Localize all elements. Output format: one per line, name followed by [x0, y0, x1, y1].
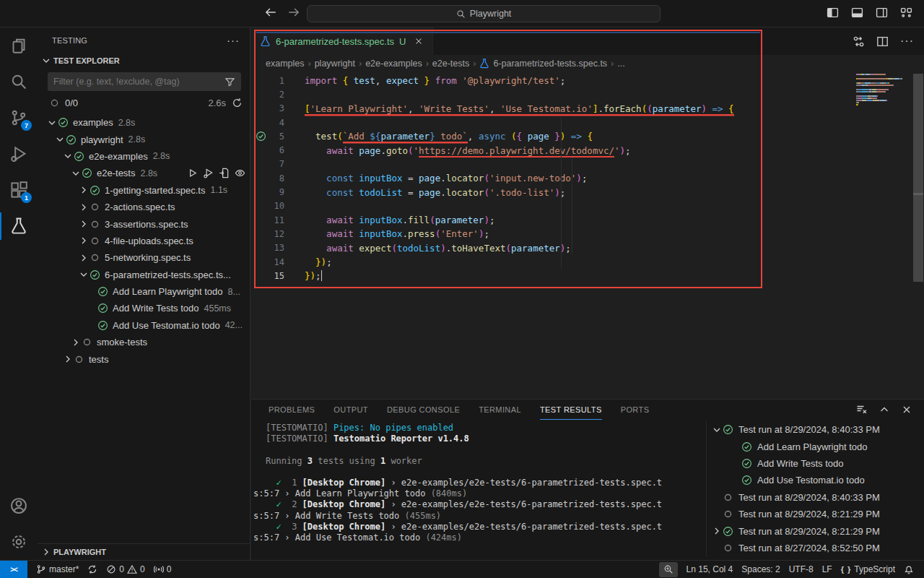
- chevron-down-icon[interactable]: [78, 269, 90, 280]
- refresh-icon[interactable]: [232, 98, 243, 108]
- layout-icon[interactable]: [900, 7, 912, 19]
- test-run-item[interactable]: Add Write Tests todo: [711, 455, 924, 472]
- close-icon[interactable]: [901, 404, 912, 415]
- code-line[interactable]: 3['Learn Playwright', 'Write Tests', 'Us…: [251, 102, 924, 116]
- test-tree-item[interactable]: Add Write Tests todo 455ms: [38, 300, 250, 316]
- test-tree-item[interactable]: examples 2.8s: [38, 114, 250, 131]
- eye-icon[interactable]: [235, 168, 245, 178]
- test-tree-item[interactable]: smoke-tests: [38, 334, 250, 350]
- code-line[interactable]: 4: [251, 116, 924, 129]
- status-item[interactable]: [899, 561, 918, 578]
- test-tree-item[interactable]: 6-parametrized-tests.spec.ts...: [38, 267, 250, 283]
- play-icon[interactable]: [187, 168, 198, 178]
- test-tree-item[interactable]: 1-getting-started.spec.ts 1.1s: [38, 182, 250, 199]
- breadcrumb-item[interactable]: playwright: [315, 59, 355, 69]
- code-line[interactable]: 2: [251, 87, 924, 101]
- status-item[interactable]: Spaces: 2: [737, 561, 784, 578]
- activity-account[interactable]: [0, 488, 38, 524]
- panel-tab-debug-console[interactable]: DEBUG CONSOLE: [387, 400, 460, 420]
- code-line[interactable]: 11 await inputBox.fill(parameter);: [251, 213, 924, 227]
- test-passed-gutter-icon[interactable]: [256, 131, 266, 142]
- activity-search[interactable]: [0, 64, 38, 100]
- test-tree-item[interactable]: 5-networking.spec.ts: [38, 249, 250, 266]
- test-filter-input[interactable]: [53, 77, 225, 87]
- status-item[interactable]: master*: [32, 561, 83, 578]
- status-item[interactable]: { }TypeScript: [837, 561, 899, 578]
- tab-6-parametrized-tests[interactable]: 6-parametrized-tests.spec.ts U: [251, 27, 433, 55]
- goto-file-icon[interactable]: [219, 168, 230, 178]
- breadcrumb[interactable]: examples›playwright›e2e-examples›e2e-tes…: [251, 55, 924, 72]
- test-tree-item[interactable]: 4-file-uploads.spec.ts: [38, 233, 250, 249]
- chevron-right-icon[interactable]: [78, 218, 90, 230]
- activity-extensions[interactable]: 1: [0, 172, 38, 208]
- code-line[interactable]: 5 test(`Add ${parameter} todo`, async ({…: [251, 129, 924, 143]
- activity-scm[interactable]: 7: [0, 100, 38, 136]
- minimap[interactable]: [856, 74, 902, 106]
- test-tree-item[interactable]: e2e-examples 2.8s: [38, 148, 250, 165]
- chevron-right-icon[interactable]: [78, 235, 90, 246]
- chevron-down-icon[interactable]: [711, 424, 723, 436]
- test-tree-item[interactable]: 2-actions.spec.ts: [38, 199, 250, 215]
- chevron-right-icon[interactable]: [70, 337, 82, 348]
- test-run-item[interactable]: Test run at 8/27/2024, 8:52:50 PM: [711, 540, 924, 556]
- panel-tab-problems[interactable]: PROBLEMS: [269, 400, 315, 420]
- test-explorer-section-header[interactable]: TEST EXPLORER: [38, 53, 250, 69]
- code-line[interactable]: 12 await inputBox.press('Enter');: [251, 227, 924, 241]
- test-run-item[interactable]: Test run at 8/29/2024, 8:40:33 PM: [711, 421, 924, 438]
- editor-scrollbar[interactable]: [913, 74, 923, 282]
- code-line[interactable]: 15});: [251, 269, 924, 282]
- activity-debug[interactable]: [0, 136, 38, 172]
- test-tree-item[interactable]: 3-assertions.spec.ts: [38, 215, 250, 232]
- test-run-item[interactable]: Add Use Testomat.io todo: [711, 472, 924, 488]
- status-item[interactable]: UTF-8: [785, 561, 818, 578]
- split-editor-icon[interactable]: [876, 35, 889, 48]
- playwright-section-header[interactable]: PLAYWRIGHT: [38, 543, 250, 560]
- chevron-right-icon[interactable]: [711, 525, 723, 537]
- code-line[interactable]: 6 await page.goto('https://demo.playwrig…: [251, 143, 924, 157]
- test-run-item[interactable]: Test run at 8/29/2024, 8:21:29 PM: [711, 506, 924, 522]
- chevron-down-icon[interactable]: [54, 134, 66, 145]
- test-tree-item[interactable]: tests: [38, 350, 250, 367]
- code-line[interactable]: 13 await expect(todoList).toHaveText(par…: [251, 241, 924, 255]
- panel-tab-terminal[interactable]: TERMINAL: [479, 400, 521, 420]
- test-tree-item[interactable]: Add Learn Playwright todo 8...: [38, 283, 250, 300]
- breadcrumb-item[interactable]: e2e-examples: [365, 59, 422, 69]
- test-tree-item[interactable]: e2e-tests 2.8s: [38, 165, 250, 181]
- test-results-output[interactable]: [TESTOMATIO] Pipes: No pipes enabled[TES…: [253, 423, 701, 543]
- test-tree-item[interactable]: Add Use Testomat.io todo 42...: [38, 317, 250, 334]
- panel-tab-test-results[interactable]: TEST RESULTS: [540, 400, 602, 420]
- activity-gear[interactable]: [0, 524, 38, 560]
- open-changes-icon[interactable]: [853, 35, 865, 48]
- code-line[interactable]: 8 const inputBox = page.locator('input.n…: [251, 171, 924, 185]
- code-line[interactable]: 1import { test, expect } from '@playwrig…: [251, 74, 924, 87]
- panel-splitter[interactable]: [706, 421, 707, 557]
- more-actions-icon[interactable]: ···: [227, 34, 240, 46]
- clear-list-icon[interactable]: [856, 404, 868, 415]
- chevron-down-icon[interactable]: [46, 117, 58, 129]
- filter-icon[interactable]: [225, 77, 235, 87]
- test-tree-item[interactable]: playwright 2.8s: [38, 131, 250, 147]
- panel-bottom-icon[interactable]: [851, 7, 863, 19]
- code-line[interactable]: 14 });: [251, 255, 924, 269]
- status-item[interactable]: Ln 15, Col 4: [682, 561, 738, 578]
- test-run-history[interactable]: Test run at 8/29/2024, 8:40:33 PM Add Le…: [711, 421, 924, 560]
- code-line[interactable]: 9 const todoList = page.locator('.todo-l…: [251, 185, 924, 199]
- chevron-right-icon[interactable]: [78, 252, 90, 264]
- chevron-up-icon[interactable]: [879, 404, 890, 415]
- breadcrumb-item[interactable]: ...: [617, 59, 624, 69]
- chevron-down-icon[interactable]: [62, 150, 74, 162]
- chevron-right-icon[interactable]: [78, 202, 90, 213]
- close-icon[interactable]: [414, 36, 424, 46]
- command-center-search[interactable]: Playwright: [307, 5, 661, 22]
- activity-files[interactable]: [0, 27, 38, 64]
- back-icon[interactable]: [264, 6, 277, 19]
- debug-run-icon[interactable]: [203, 168, 214, 178]
- status-item[interactable]: [83, 561, 102, 578]
- panel-left-icon[interactable]: [827, 7, 839, 19]
- test-run-item[interactable]: Test run at 8/29/2024, 8:40:33 PM: [711, 489, 924, 506]
- status-item[interactable]: 00: [102, 561, 149, 578]
- breadcrumb-item[interactable]: examples: [266, 59, 305, 69]
- forward-icon[interactable]: [287, 6, 300, 19]
- breadcrumb-item[interactable]: 6-parametrized-tests.spec.ts: [493, 59, 607, 69]
- status-item[interactable]: LF: [818, 561, 837, 578]
